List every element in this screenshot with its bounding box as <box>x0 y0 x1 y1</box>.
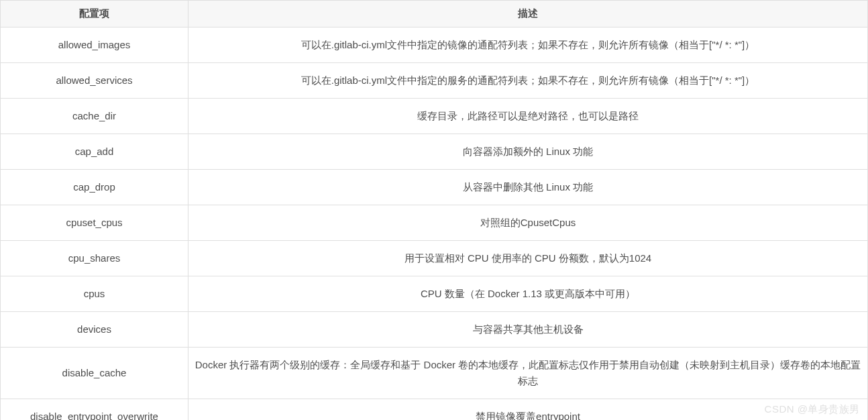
cell-desc: 禁用镜像覆盖entrypoint <box>188 399 868 421</box>
table-header-row: 配置项 描述 <box>1 1 868 28</box>
cell-desc: 与容器共享其他主机设备 <box>188 312 868 348</box>
cell-desc: 可以在.gitlab-ci.yml文件中指定的镜像的通配符列表；如果不存在，则允… <box>188 28 868 63</box>
cell-desc: 向容器添加额外的 Linux 功能 <box>188 134 868 170</box>
table-row: cap_add向容器添加额外的 Linux 功能 <box>1 134 868 170</box>
table-row: devices与容器共享其他主机设备 <box>1 312 868 348</box>
cell-config: cache_dir <box>1 99 188 134</box>
cell-config: cpus <box>1 276 188 312</box>
cell-config: cap_drop <box>1 170 188 205</box>
cell-config: allowed_images <box>1 28 188 63</box>
cell-config: disable_cache <box>1 348 188 399</box>
cell-config: cpuset_cpus <box>1 205 188 241</box>
table-row: cpu_shares用于设置相对 CPU 使用率的 CPU 份额数，默认为102… <box>1 241 868 276</box>
cell-desc: 可以在.gitlab-ci.yml文件中指定的服务的通配符列表；如果不存在，则允… <box>188 63 868 99</box>
cell-desc: Docker 执行器有两个级别的缓存：全局缓存和基于 Docker 卷的本地缓存… <box>188 348 868 399</box>
cell-config: cap_add <box>1 134 188 170</box>
cell-desc: 缓存目录，此路径可以是绝对路径，也可以是路径 <box>188 99 868 134</box>
cell-desc: 从容器中删除其他 Linux 功能 <box>188 170 868 205</box>
table-row: cache_dir缓存目录，此路径可以是绝对路径，也可以是路径 <box>1 99 868 134</box>
cell-config: allowed_services <box>1 63 188 99</box>
table-row: disable_cacheDocker 执行器有两个级别的缓存：全局缓存和基于 … <box>1 348 868 399</box>
table-row: disable_entrypoint_overwrite禁用镜像覆盖entryp… <box>1 399 868 421</box>
table-row: cpuset_cpus对照组的CpusetCpus <box>1 205 868 241</box>
table-row: allowed_images可以在.gitlab-ci.yml文件中指定的镜像的… <box>1 28 868 63</box>
cell-desc: 用于设置相对 CPU 使用率的 CPU 份额数，默认为1024 <box>188 241 868 276</box>
cell-config: disable_entrypoint_overwrite <box>1 399 188 421</box>
cell-config: devices <box>1 312 188 348</box>
table-row: cpusCPU 数量（在 Docker 1.13 或更高版本中可用） <box>1 276 868 312</box>
table-row: allowed_services可以在.gitlab-ci.yml文件中指定的服… <box>1 63 868 99</box>
cell-config: cpu_shares <box>1 241 188 276</box>
header-config: 配置项 <box>1 1 188 28</box>
cell-desc: CPU 数量（在 Docker 1.13 或更高版本中可用） <box>188 276 868 312</box>
cell-desc: 对照组的CpusetCpus <box>188 205 868 241</box>
config-table: 配置项 描述 allowed_images可以在.gitlab-ci.yml文件… <box>0 0 868 420</box>
header-desc: 描述 <box>188 1 868 28</box>
table-row: cap_drop从容器中删除其他 Linux 功能 <box>1 170 868 205</box>
